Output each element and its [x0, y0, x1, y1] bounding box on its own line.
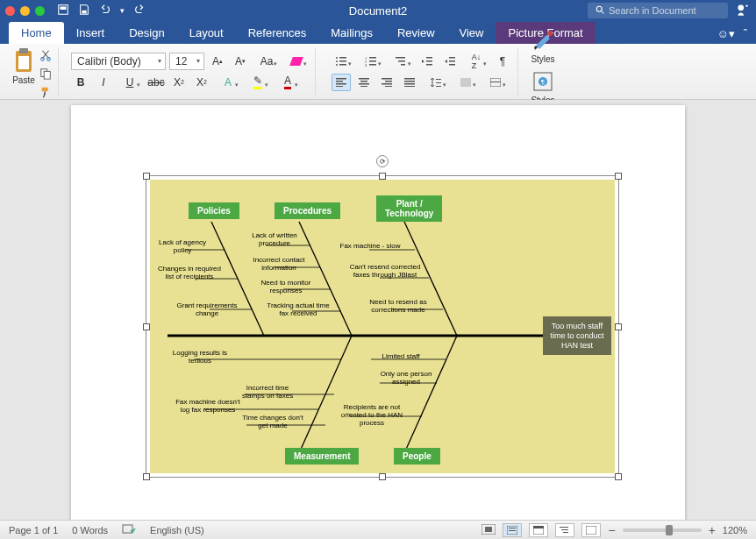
clear-formatting-button[interactable] — [283, 53, 310, 70]
cause: Can't resend corrected faxes through JBl… — [345, 264, 425, 280]
tab-layout[interactable]: Layout — [177, 22, 236, 44]
shading-button[interactable] — [453, 74, 479, 91]
resize-handle-nw[interactable] — [143, 173, 150, 180]
change-case-button[interactable]: Aa — [253, 53, 280, 70]
cut-icon[interactable] — [39, 49, 53, 64]
tab-view[interactable]: View — [447, 22, 496, 44]
decrease-indent-button[interactable] — [417, 53, 437, 70]
svg-rect-41 — [360, 86, 367, 87]
page-indicator[interactable]: Page 1 of 1 — [9, 525, 58, 535]
copy-icon[interactable] — [39, 67, 53, 82]
focus-mode-icon[interactable] — [481, 524, 496, 536]
styles-group: Styles ¶ Styles Pane — [525, 47, 560, 96]
numbering-button[interactable]: 123 — [358, 53, 384, 70]
cause: Limited staff — [374, 353, 427, 361]
outline-view[interactable] — [555, 523, 574, 537]
svg-rect-6 — [19, 48, 28, 53]
svg-rect-32 — [449, 60, 455, 62]
resize-handle-n[interactable] — [379, 173, 386, 180]
tab-insert[interactable]: Insert — [64, 22, 118, 44]
bold-button[interactable]: B — [71, 74, 90, 91]
language-indicator[interactable]: English (US) — [150, 525, 204, 535]
zoom-slider[interactable] — [623, 528, 702, 532]
resize-handle-s[interactable] — [379, 473, 386, 480]
document-canvas[interactable]: ⟳ — [0, 100, 756, 520]
tab-mailings[interactable]: Mailings — [318, 22, 385, 44]
resize-handle-e[interactable] — [615, 323, 622, 330]
font-size-select[interactable]: 12 — [169, 53, 204, 70]
draft-view[interactable] — [581, 523, 601, 537]
resize-handle-w[interactable] — [143, 323, 150, 330]
font-name-select[interactable]: Calibri (Body) — [71, 53, 166, 70]
feedback-icon[interactable]: ☺︎▾ — [717, 27, 734, 40]
italic-button[interactable]: I — [94, 74, 113, 91]
cause: Changes in required list of recipients — [153, 266, 225, 281]
styles-button[interactable]: Styles — [531, 28, 555, 64]
zoom-out-button[interactable]: − — [608, 523, 615, 537]
autosave-icon[interactable] — [57, 4, 69, 18]
resize-handle-ne[interactable] — [615, 173, 622, 180]
svg-point-13 — [336, 57, 338, 59]
search-input[interactable] — [609, 5, 721, 16]
svg-rect-29 — [426, 60, 432, 62]
font-color-button[interactable]: A — [275, 74, 301, 91]
share-icon[interactable] — [735, 2, 751, 20]
svg-rect-50 — [436, 79, 441, 80]
close-window[interactable] — [5, 6, 15, 16]
undo-icon[interactable] — [99, 4, 111, 18]
collapse-ribbon-icon[interactable]: ˆ — [744, 27, 747, 40]
shrink-font-button[interactable]: A▾ — [231, 53, 250, 70]
resize-handle-se[interactable] — [615, 473, 622, 480]
cause: Tracking actual time fax received — [262, 302, 334, 318]
strikethrough-button[interactable]: abc — [146, 74, 166, 91]
increase-indent-button[interactable] — [440, 53, 460, 70]
resize-handle-sw[interactable] — [143, 473, 150, 480]
zoom-in-button[interactable]: + — [709, 523, 716, 537]
paste-button[interactable]: Paste — [12, 47, 35, 85]
multilevel-button[interactable] — [388, 53, 414, 70]
svg-rect-14 — [339, 57, 346, 59]
word-count[interactable]: 0 Words — [72, 525, 108, 535]
ribbon-tabs: Home Insert Design Layout References Mai… — [0, 21, 756, 44]
sort-button[interactable]: A↓Z — [463, 53, 489, 70]
tab-references[interactable]: References — [236, 22, 318, 44]
save-icon[interactable] — [78, 4, 90, 18]
svg-rect-42 — [382, 78, 392, 80]
cause: Fax machine doesn't log fax responses — [173, 399, 243, 415]
svg-rect-39 — [360, 81, 367, 82]
format-painter-icon[interactable] — [39, 86, 53, 101]
subscript-button[interactable]: X2 — [169, 74, 189, 91]
svg-rect-90 — [533, 526, 544, 528]
rotate-handle[interactable]: ⟳ — [376, 155, 389, 167]
show-marks-button[interactable]: ¶ — [493, 53, 512, 70]
minimize-window[interactable] — [20, 6, 30, 16]
redo-icon[interactable] — [133, 4, 146, 18]
category-plant: Plant / Technology — [376, 195, 442, 222]
print-layout-view[interactable] — [503, 523, 522, 537]
spellcheck-icon[interactable] — [122, 523, 136, 537]
highlight-button[interactable]: ✎ — [245, 74, 271, 91]
justify-button[interactable] — [400, 74, 419, 91]
align-left-button[interactable] — [332, 74, 351, 91]
tab-home[interactable]: Home — [9, 22, 64, 44]
tab-review[interactable]: Review — [385, 22, 447, 44]
borders-button[interactable] — [482, 74, 509, 91]
svg-rect-51 — [436, 82, 441, 83]
svg-rect-45 — [385, 86, 392, 87]
align-center-button[interactable] — [354, 74, 374, 91]
tab-design[interactable]: Design — [117, 22, 176, 44]
maximize-window[interactable] — [35, 6, 45, 16]
grow-font-button[interactable]: A▴ — [208, 53, 227, 70]
superscript-button[interactable]: X2 — [192, 74, 211, 91]
svg-rect-34 — [336, 78, 346, 80]
undo-dropdown[interactable]: ▾ — [120, 6, 125, 15]
search-box[interactable] — [588, 3, 728, 18]
align-right-button[interactable] — [377, 74, 396, 91]
bullets-button[interactable] — [328, 53, 354, 70]
cause: Only one person assigned — [380, 371, 432, 387]
underline-button[interactable]: U — [117, 74, 143, 91]
line-spacing-button[interactable] — [423, 74, 449, 91]
zoom-level[interactable]: 120% — [723, 525, 747, 535]
text-effects-button[interactable]: A — [215, 74, 241, 91]
web-layout-view[interactable] — [529, 523, 548, 537]
